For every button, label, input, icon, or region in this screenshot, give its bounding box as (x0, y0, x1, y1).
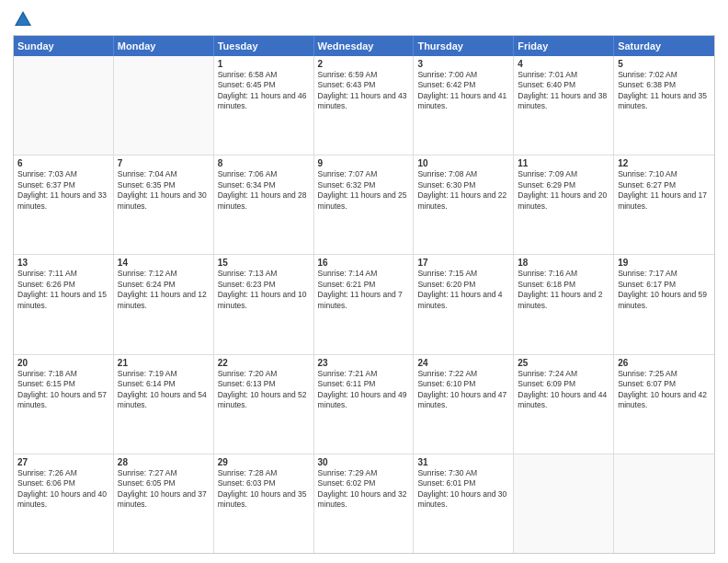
cell-info: Sunrise: 7:03 AM (17, 169, 109, 179)
cell-info: Daylight: 11 hours and 15 minutes. (17, 290, 109, 311)
day-number: 26 (618, 358, 711, 368)
cell-info: Daylight: 10 hours and 52 minutes. (218, 390, 310, 411)
calendar-cell: 3Sunrise: 7:00 AMSunset: 6:42 PMDaylight… (414, 56, 514, 155)
cell-info: Daylight: 10 hours and 30 minutes. (417, 489, 509, 511)
cell-info: Sunset: 6:09 PM (518, 379, 609, 389)
cell-info: Sunrise: 7:28 AM (218, 468, 310, 478)
cell-info: Sunset: 6:27 PM (618, 180, 711, 190)
cell-info: Sunset: 6:29 PM (518, 180, 609, 190)
cell-info: Sunset: 6:45 PM (218, 80, 310, 90)
weekday-header-saturday: Saturday (614, 36, 714, 56)
weekday-header-sunday: Sunday (14, 36, 114, 56)
cell-info: Daylight: 11 hours and 30 minutes. (118, 190, 210, 212)
cell-info: Sunrise: 7:20 AM (218, 369, 310, 379)
cell-info: Sunset: 6:03 PM (218, 478, 310, 488)
cell-info: Sunrise: 7:22 AM (417, 369, 509, 379)
calendar-cell (614, 454, 714, 553)
cell-info: Daylight: 11 hours and 35 minutes. (618, 91, 711, 112)
calendar-cell: 17Sunrise: 7:15 AMSunset: 6:20 PMDayligh… (414, 255, 514, 353)
day-number: 21 (118, 358, 210, 368)
weekday-header-thursday: Thursday (414, 36, 514, 56)
cell-info: Daylight: 10 hours and 57 minutes. (17, 390, 109, 411)
cell-info: Sunset: 6:18 PM (518, 280, 609, 290)
calendar-cell: 14Sunrise: 7:12 AMSunset: 6:24 PMDayligh… (114, 255, 214, 353)
cell-info: Sunrise: 7:16 AM (518, 269, 609, 279)
calendar-cell: 12Sunrise: 7:10 AMSunset: 6:27 PMDayligh… (614, 155, 714, 254)
day-number: 1 (218, 59, 310, 69)
weekday-header-monday: Monday (114, 36, 214, 56)
cell-info: Daylight: 11 hours and 46 minutes. (218, 91, 310, 112)
day-number: 24 (417, 358, 509, 368)
day-number: 2 (318, 59, 410, 69)
day-number: 28 (118, 457, 210, 467)
cell-info: Sunset: 6:17 PM (618, 280, 711, 290)
cell-info: Sunrise: 7:04 AM (118, 169, 210, 179)
calendar-cell: 20Sunrise: 7:18 AMSunset: 6:15 PMDayligh… (14, 355, 114, 454)
cell-info: Sunset: 6:05 PM (118, 478, 210, 488)
calendar-cell: 5Sunrise: 7:02 AMSunset: 6:38 PMDaylight… (614, 56, 714, 155)
cell-info: Sunset: 6:14 PM (118, 379, 210, 389)
logo (13, 9, 37, 29)
cell-info: Daylight: 11 hours and 7 minutes. (318, 290, 410, 311)
day-number: 30 (318, 457, 410, 467)
day-number: 6 (17, 158, 109, 168)
calendar-cell: 18Sunrise: 7:16 AMSunset: 6:18 PMDayligh… (514, 255, 614, 353)
cell-info: Sunset: 6:42 PM (417, 80, 509, 90)
cell-info: Sunset: 6:10 PM (417, 379, 509, 389)
cell-info: Daylight: 11 hours and 12 minutes. (118, 290, 210, 311)
cell-info: Sunrise: 7:14 AM (318, 269, 410, 279)
calendar-cell: 2Sunrise: 6:59 AMSunset: 6:43 PMDaylight… (314, 56, 415, 155)
calendar-cell: 4Sunrise: 7:01 AMSunset: 6:40 PMDaylight… (514, 56, 614, 155)
cell-info: Daylight: 11 hours and 4 minutes. (417, 290, 509, 311)
cell-info: Sunrise: 7:02 AM (618, 70, 711, 80)
calendar-cell: 25Sunrise: 7:24 AMSunset: 6:09 PMDayligh… (514, 355, 614, 454)
day-number: 29 (218, 457, 310, 467)
cell-info: Sunset: 6:11 PM (318, 379, 410, 389)
calendar: SundayMondayTuesdayWednesdayThursdayFrid… (13, 35, 715, 554)
cell-info: Sunrise: 7:01 AM (518, 70, 609, 80)
day-number: 18 (518, 258, 609, 268)
calendar-row-3: 20Sunrise: 7:18 AMSunset: 6:15 PMDayligh… (14, 355, 714, 454)
day-number: 11 (518, 158, 609, 168)
day-number: 22 (218, 358, 310, 368)
day-number: 20 (17, 358, 109, 368)
calendar-cell: 26Sunrise: 7:25 AMSunset: 6:07 PMDayligh… (614, 355, 714, 454)
cell-info: Sunset: 6:37 PM (17, 180, 109, 190)
day-number: 10 (417, 158, 509, 168)
cell-info: Sunset: 6:20 PM (417, 280, 509, 290)
calendar-cell (114, 56, 214, 155)
cell-info: Sunrise: 7:25 AM (618, 369, 711, 379)
cell-info: Daylight: 10 hours and 37 minutes. (118, 489, 210, 511)
calendar-cell: 8Sunrise: 7:06 AMSunset: 6:34 PMDaylight… (214, 155, 314, 254)
cell-info: Sunrise: 7:30 AM (417, 468, 509, 478)
logo-icon (13, 9, 33, 29)
cell-info: Sunset: 6:15 PM (17, 379, 109, 389)
cell-info: Sunset: 6:07 PM (618, 379, 711, 389)
cell-info: Daylight: 11 hours and 33 minutes. (17, 190, 109, 212)
calendar-cell: 11Sunrise: 7:09 AMSunset: 6:29 PMDayligh… (514, 155, 614, 254)
cell-info: Sunrise: 7:15 AM (417, 269, 509, 279)
weekday-header-friday: Friday (514, 36, 614, 56)
cell-info: Sunrise: 7:07 AM (318, 169, 410, 179)
cell-info: Sunrise: 6:58 AM (218, 70, 310, 80)
calendar-cell: 22Sunrise: 7:20 AMSunset: 6:13 PMDayligh… (214, 355, 314, 454)
calendar-cell: 6Sunrise: 7:03 AMSunset: 6:37 PMDaylight… (14, 155, 114, 254)
day-number: 14 (118, 258, 210, 268)
cell-info: Sunrise: 7:18 AM (17, 369, 109, 379)
cell-info: Daylight: 11 hours and 22 minutes. (417, 190, 509, 212)
calendar-row-0: 1Sunrise: 6:58 AMSunset: 6:45 PMDaylight… (14, 56, 714, 155)
calendar-cell: 30Sunrise: 7:29 AMSunset: 6:02 PMDayligh… (314, 454, 415, 553)
calendar-row-4: 27Sunrise: 7:26 AMSunset: 6:06 PMDayligh… (14, 454, 714, 553)
cell-info: Sunset: 6:02 PM (318, 478, 410, 488)
calendar-cell: 9Sunrise: 7:07 AMSunset: 6:32 PMDaylight… (314, 155, 415, 254)
calendar-cell: 16Sunrise: 7:14 AMSunset: 6:21 PMDayligh… (314, 255, 415, 353)
cell-info: Daylight: 10 hours and 35 minutes. (218, 489, 310, 511)
cell-info: Daylight: 10 hours and 32 minutes. (318, 489, 410, 511)
cell-info: Daylight: 11 hours and 17 minutes. (618, 190, 711, 212)
day-number: 7 (118, 158, 210, 168)
day-number: 5 (618, 59, 711, 69)
header (13, 9, 715, 29)
cell-info: Sunset: 6:24 PM (118, 280, 210, 290)
day-number: 9 (318, 158, 410, 168)
cell-info: Daylight: 11 hours and 20 minutes. (518, 190, 609, 212)
